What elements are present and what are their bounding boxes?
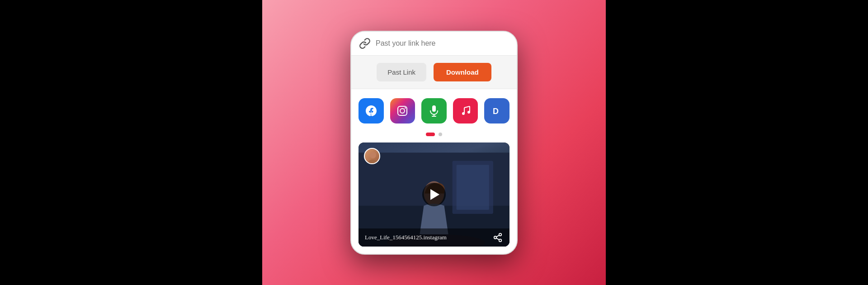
pagination-dots xyxy=(351,130,517,142)
svg-point-3 xyxy=(405,107,406,109)
avatar-circle xyxy=(364,148,380,164)
link-input[interactable] xyxy=(376,39,509,48)
app-icon-mic[interactable] xyxy=(421,98,447,124)
svg-point-2 xyxy=(400,109,405,113)
phone-wrapper: Past Link Download xyxy=(350,31,518,255)
share-icon[interactable] xyxy=(492,232,503,243)
svg-text:D: D xyxy=(493,107,499,116)
svg-rect-4 xyxy=(432,105,436,112)
download-button[interactable]: Download xyxy=(434,63,491,81)
svg-line-7 xyxy=(464,106,470,108)
app-icon-music[interactable] xyxy=(453,98,478,124)
search-bar xyxy=(351,32,517,56)
app-icon-facebook[interactable] xyxy=(359,98,384,124)
svg-line-24 xyxy=(496,235,499,237)
play-button[interactable] xyxy=(422,183,446,206)
video-bottom-bar: Love_Life_1564564125.instagram xyxy=(359,228,509,247)
video-filename: Love_Life_1564564125.instagram xyxy=(365,234,447,241)
right-background xyxy=(606,0,868,285)
svg-rect-18 xyxy=(457,165,489,209)
svg-point-19 xyxy=(370,152,376,158)
app-icons-row: D xyxy=(351,89,517,130)
app-icon-dict[interactable]: D xyxy=(484,98,509,124)
video-card: Love_Life_1564564125.instagram xyxy=(359,142,509,247)
action-row: Past Link Download xyxy=(351,56,517,89)
phone-container: Past Link Download xyxy=(350,31,518,255)
pagination-dot-inactive xyxy=(439,133,442,136)
past-link-button[interactable]: Past Link xyxy=(377,63,426,81)
left-background xyxy=(0,0,262,285)
pagination-dot-active xyxy=(426,133,435,136)
link-icon xyxy=(359,37,371,50)
svg-line-23 xyxy=(496,238,499,240)
app-icon-instagram[interactable] xyxy=(390,98,415,124)
